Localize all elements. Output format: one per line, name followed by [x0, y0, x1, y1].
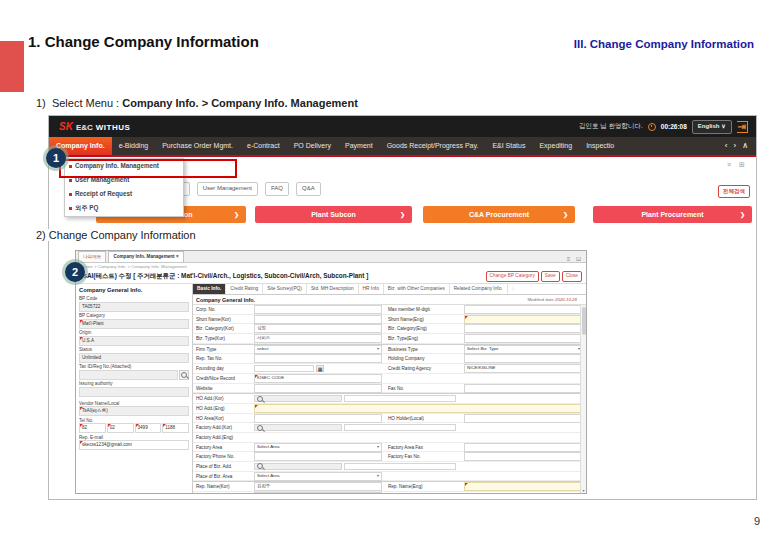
row-label: Credit/Nice Record [193, 376, 251, 381]
close-button[interactable]: Close [562, 271, 582, 282]
tab-basic-info[interactable]: Basic Info. [193, 284, 226, 294]
biz-type-eng-field[interactable] [464, 334, 583, 343]
place-of-biz-area-select[interactable]: Select Area [254, 472, 382, 481]
ho-holder-local-field[interactable] [464, 414, 583, 423]
vendor-name-field[interactable]: TsAI(테스트) [79, 406, 189, 416]
biz-category-eng-field[interactable] [464, 324, 583, 333]
credit-record-field[interactable]: KISEC CODE [254, 374, 382, 383]
fax-no-field[interactable] [464, 384, 583, 393]
tel-prefix-field[interactable]: 3499 [135, 423, 162, 433]
tab-credit-rating[interactable]: Credit Rating [226, 284, 263, 294]
quick-qna-button[interactable]: Q&A [296, 182, 321, 196]
ho-add-eng-field[interactable] [254, 404, 583, 413]
max-member-field[interactable] [464, 305, 583, 314]
nav-purchase-order-mgmt[interactable]: Purchase Order Mgmt. [155, 137, 240, 155]
search-icon [257, 396, 263, 402]
nav-inspection[interactable]: Inspectio [579, 137, 621, 155]
page-title: 1. Change Company Information [28, 33, 259, 50]
ho-area-kor-field[interactable] [254, 414, 382, 423]
banner-ca-procurement[interactable]: C&A Procurement❯ [423, 206, 575, 223]
quick-user-management-button[interactable]: User Management [197, 182, 258, 196]
founding-day-field[interactable] [254, 365, 314, 372]
tel-line-field[interactable]: 1188 [162, 423, 189, 433]
nav-prev-icon[interactable]: ‹ [725, 137, 728, 155]
nav-e-bidding[interactable]: e-Bidding [112, 137, 156, 155]
firm-type-select[interactable]: select [254, 345, 382, 354]
holding-company-field[interactable] [464, 354, 583, 363]
scrollbar[interactable]: ▾ [580, 305, 586, 493]
row-label: Rep. Tax No. [193, 356, 251, 361]
factory-area-fax-field[interactable] [464, 443, 583, 452]
quick-faq-button[interactable]: FAQ [265, 182, 289, 196]
rep-name-kor-field[interactable]: 김갑수 [254, 482, 382, 491]
logo-eac: E&C [76, 123, 93, 132]
place-of-biz-add-field[interactable] [344, 463, 456, 470]
rep-homephone-field[interactable] [254, 492, 382, 493]
scroll-down-icon[interactable]: ▾ [581, 488, 586, 493]
tab-site-survey[interactable]: Site Survey(PQ) [263, 284, 307, 294]
tax-id-field[interactable] [79, 370, 178, 380]
biz-type-kor-field[interactable]: 서비스 [254, 334, 382, 343]
website-field[interactable] [254, 384, 382, 393]
status-field[interactable]: Unlimited [79, 353, 189, 363]
bp-code-field[interactable]: TA05722 [79, 302, 189, 312]
nav-ei-status[interactable]: E&I Status [485, 137, 532, 155]
rep-name-eng-field[interactable] [464, 482, 583, 491]
corp-no-field[interactable] [254, 305, 382, 314]
tel-country-field[interactable]: 82 [79, 423, 106, 433]
nav-collapse-icon[interactable]: ∧ [742, 137, 748, 155]
factory-fax-field[interactable] [464, 452, 583, 461]
factory-area-select[interactable]: Select Area [254, 443, 382, 452]
rep-tax-no-field[interactable] [254, 354, 382, 363]
banner-plant-procurement[interactable]: Plant Procurement❯ [593, 206, 752, 223]
tab-related-company-info[interactable]: Related Company Info. [450, 284, 508, 294]
bp-category-field[interactable]: Mat'l-Plant [79, 319, 189, 329]
place-of-biz-add-search[interactable] [254, 463, 342, 470]
factory-phone-field[interactable] [254, 452, 382, 461]
tab-hr-info[interactable]: HR Info [359, 284, 384, 294]
ho-add-kor-search[interactable] [254, 395, 342, 402]
tab-my-menu[interactable]: 나의메뉴 [78, 251, 106, 262]
nav-po-delivery[interactable]: PO Delivery [287, 137, 338, 155]
rep-email-field[interactable]: skecss1234@gmail.com [79, 440, 189, 450]
scrollbar-thumb[interactable] [582, 307, 586, 335]
tab-biz-other-companies[interactable]: Biz. with Other Companies [384, 284, 450, 294]
language-select[interactable]: English ∨ [692, 120, 732, 134]
factory-add-kor-field[interactable] [344, 424, 456, 431]
factory-add-kor-search[interactable] [254, 424, 342, 431]
banner-plant-subcon[interactable]: Plant Subcon❯ [255, 206, 412, 223]
chevron-down-icon: ∨ [721, 123, 725, 129]
tel-area-field[interactable]: 02 [107, 423, 134, 433]
nav-next-icon[interactable]: › [733, 137, 736, 155]
nav-goods-receipt[interactable]: Goods Receipt/Progress Pay. [380, 137, 486, 155]
nav-expediting[interactable]: Expediting [532, 137, 579, 155]
tab-std-mh-description[interactable]: Std. MH Description [307, 284, 359, 294]
issuing-authority-field[interactable] [79, 387, 189, 397]
change-bp-category-button[interactable]: Change BP Category [486, 271, 539, 282]
row-label: Short Name(Eng) [385, 317, 461, 322]
short-name-kor-field[interactable] [254, 315, 382, 324]
tab-company-info-management[interactable]: Company Info. Management × [108, 251, 183, 262]
biz-category-kor-field[interactable]: 상업 [254, 324, 382, 333]
credit-rating-agency-field[interactable]: NICE/KISLINE [464, 364, 583, 373]
ho-add-kor-field[interactable] [344, 395, 456, 402]
sk-ec-withus-logo[interactable]: SK E&C WITHUS [49, 121, 130, 132]
menu-item-outsourcing-pq[interactable]: 외주 PQ [65, 201, 183, 215]
portal-topbar: SK E&C WITHUS 김인호 님 환영합니다. 00:26:08 Engl… [49, 116, 756, 137]
tabstrip-icons[interactable]: ≡ ⊡ [567, 255, 583, 262]
global-search-button[interactable]: 전체검색 [718, 185, 750, 198]
content-view-icons[interactable]: ≡ ⊞ [727, 161, 748, 169]
origin-field[interactable]: U.S.A [79, 336, 189, 346]
nav-payment[interactable]: Payment [338, 137, 380, 155]
tabs-more-icon[interactable]: 〉 [508, 284, 521, 294]
nav-e-contract[interactable]: e-Contract [240, 137, 287, 155]
menu-item-receipt-of-request[interactable]: Receipt of Request [65, 187, 183, 201]
step-1-text: Select Menu : [52, 97, 122, 109]
row-label: Website [193, 386, 251, 391]
logout-icon[interactable]: ⇥ [737, 121, 748, 133]
calendar-icon[interactable]: ▦ [316, 365, 324, 372]
short-name-eng-field[interactable] [464, 315, 583, 324]
search-icon[interactable] [179, 370, 189, 380]
save-button[interactable]: Save [541, 271, 560, 282]
business-type-select[interactable]: Select Biz. Type [464, 345, 583, 354]
